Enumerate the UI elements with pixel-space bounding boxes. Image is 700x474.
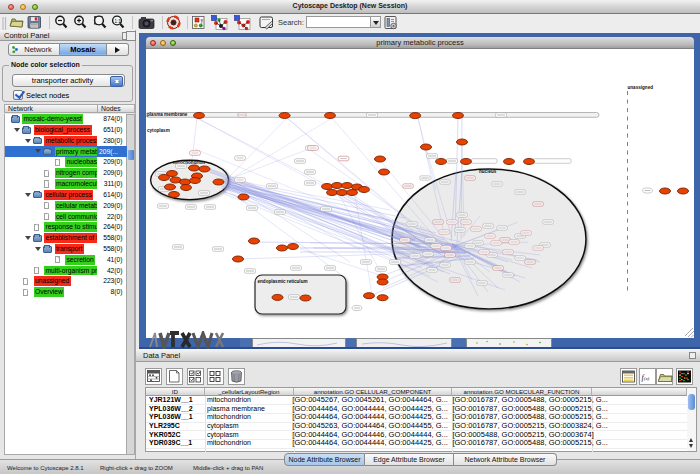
svg-text:unassigned: unassigned xyxy=(628,85,654,90)
svg-text:plasma membrane: plasma membrane xyxy=(147,112,188,117)
svg-text:1:1: 1:1 xyxy=(115,19,122,24)
svg-text:endoplasmic reticulum: endoplasmic reticulum xyxy=(258,279,308,284)
svg-text:cytoplasm: cytoplasm xyxy=(147,128,170,133)
svg-text:f(x): f(x) xyxy=(642,373,650,382)
svg-text:nucleus: nucleus xyxy=(479,169,497,174)
